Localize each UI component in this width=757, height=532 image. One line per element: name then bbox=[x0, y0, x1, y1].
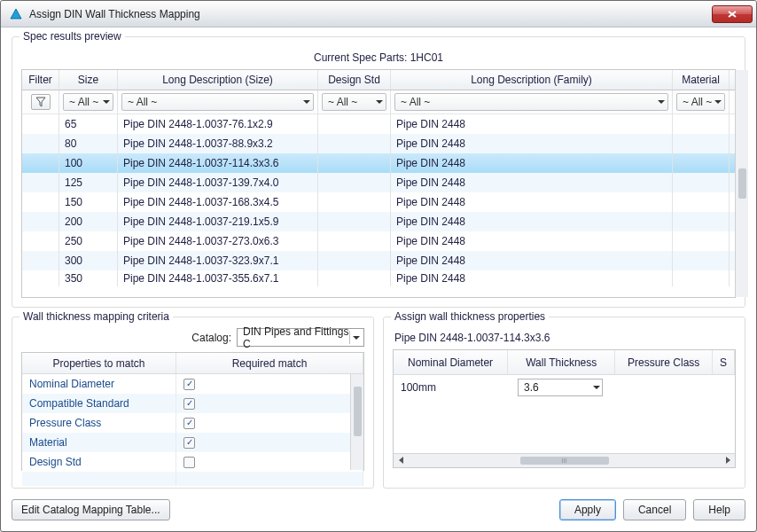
chevron-down-icon bbox=[103, 100, 110, 104]
size-cell: 65 bbox=[59, 114, 118, 134]
chevron-down-icon bbox=[593, 386, 600, 389]
property-row[interactable] bbox=[22, 472, 363, 486]
table-row[interactable]: 125Pipe DIN 2448-1.0037-139.7x4.0Pipe DI… bbox=[22, 173, 735, 192]
nominal-diameter-cell: 100mm bbox=[394, 375, 511, 400]
app-icon bbox=[8, 6, 24, 22]
required-checkbox[interactable] bbox=[183, 398, 195, 410]
required-checkbox[interactable] bbox=[183, 457, 195, 468]
long2-cell: Pipe DIN 2448 bbox=[391, 270, 673, 286]
long1-cell: Pipe DIN 2448-1.0037-139.7x4.0 bbox=[118, 173, 318, 192]
apply-button[interactable]: Apply bbox=[559, 499, 616, 520]
property-row[interactable]: Design Std bbox=[22, 452, 363, 472]
long2-cell: Pipe DIN 2448 bbox=[391, 114, 673, 134]
col-long2[interactable]: Long Description (Family) bbox=[391, 70, 673, 90]
long1-cell: Pipe DIN 2448-1.0037-219.1x5.9 bbox=[118, 212, 318, 231]
col-s[interactable]: S bbox=[713, 350, 735, 374]
property-row[interactable]: Material bbox=[22, 433, 363, 452]
property-row[interactable]: Compatible Standard bbox=[22, 394, 363, 413]
col-required[interactable]: Required match bbox=[176, 353, 363, 373]
size-cell: 150 bbox=[59, 192, 118, 212]
assign-row[interactable]: 100mm 3.6 bbox=[394, 375, 735, 400]
current-spec-title: Current Spec Parts: 1HC01 bbox=[21, 51, 736, 64]
horizontal-scrollbar[interactable] bbox=[394, 453, 735, 467]
long1-cell: Pipe DIN 2448-1.0037-355.6x7.1 bbox=[118, 270, 318, 286]
table-row[interactable]: 150Pipe DIN 2448-1.0037-168.3x4.5Pipe DI… bbox=[22, 192, 735, 212]
property-name: Design Std bbox=[22, 452, 176, 472]
wall-thickness-combo[interactable]: 3.6 bbox=[518, 379, 603, 396]
scroll-left-button[interactable] bbox=[394, 455, 407, 466]
long2-cell: Pipe DIN 2448 bbox=[391, 212, 673, 231]
property-row[interactable]: Pressure Class bbox=[22, 413, 363, 433]
size-cell: 125 bbox=[59, 173, 118, 192]
footer: Edit Catalog Mapping Table... Apply Canc… bbox=[1, 499, 756, 531]
filter-size[interactable]: ~ All ~ bbox=[63, 93, 113, 111]
table-row[interactable]: 80Pipe DIN 2448-1.0037-88.9x3.2Pipe DIN … bbox=[22, 134, 735, 153]
spec-table-header: Filter Size Long Description (Size) Desi… bbox=[22, 70, 735, 90]
long2-cell: Pipe DIN 2448 bbox=[391, 134, 673, 153]
filter-long2[interactable]: ~ All ~ bbox=[394, 93, 668, 111]
size-cell: 100 bbox=[59, 153, 118, 173]
spec-table-body: 65Pipe DIN 2448-1.0037-76.1x2.9Pipe DIN … bbox=[22, 114, 735, 297]
chevron-down-icon bbox=[658, 100, 665, 104]
col-long1[interactable]: Long Description (Size) bbox=[118, 70, 318, 90]
chevron-down-icon bbox=[303, 100, 310, 104]
long1-cell: Pipe DIN 2448-1.0037-114.3x3.6 bbox=[118, 153, 318, 173]
table-row[interactable]: 65Pipe DIN 2448-1.0037-76.1x2.9Pipe DIN … bbox=[22, 114, 735, 134]
size-cell: 250 bbox=[59, 231, 118, 251]
required-checkbox[interactable] bbox=[183, 379, 195, 390]
assign-table: Nominal Diameter Wall Thickness Pressure… bbox=[393, 349, 736, 468]
close-button[interactable] bbox=[712, 5, 753, 23]
long1-cell: Pipe DIN 2448-1.0037-168.3x4.5 bbox=[118, 192, 318, 212]
edit-catalog-button[interactable]: Edit Catalog Mapping Table... bbox=[12, 499, 170, 520]
criteria-label: Wall thickness mapping criteria bbox=[20, 310, 173, 323]
assign-label: Assign wall thickness properties bbox=[391, 310, 549, 323]
long2-cell: Pipe DIN 2448 bbox=[391, 173, 673, 192]
table-row[interactable]: 200Pipe DIN 2448-1.0037-219.1x5.9Pipe DI… bbox=[22, 212, 735, 231]
catalog-combo[interactable]: DIN Pipes and Fittings C bbox=[237, 328, 364, 347]
table-row[interactable]: 250Pipe DIN 2448-1.0037-273.0x6.3Pipe DI… bbox=[22, 231, 735, 251]
spec-results-group: Spec results preview Current Spec Parts:… bbox=[12, 36, 745, 308]
criteria-group: Wall thickness mapping criteria Catalog:… bbox=[12, 317, 374, 489]
property-name: Pressure Class bbox=[22, 413, 176, 433]
col-mat[interactable]: Material bbox=[673, 70, 730, 90]
table-row[interactable]: 300Pipe DIN 2448-1.0037-323.9x7.1Pipe DI… bbox=[22, 251, 735, 270]
long1-cell: Pipe DIN 2448-1.0037-88.9x3.2 bbox=[118, 134, 318, 153]
col-filter[interactable]: Filter bbox=[22, 70, 59, 90]
funnel-icon bbox=[35, 97, 46, 107]
filter-long1[interactable]: ~ All ~ bbox=[121, 93, 314, 111]
help-button[interactable]: Help bbox=[693, 499, 745, 520]
vertical-scrollbar[interactable] bbox=[735, 70, 748, 297]
table-row[interactable]: 100Pipe DIN 2448-1.0037-114.3x3.6Pipe DI… bbox=[22, 153, 735, 173]
required-checkbox[interactable] bbox=[183, 418, 195, 429]
chevron-down-icon bbox=[714, 100, 722, 104]
property-name: Material bbox=[22, 433, 176, 452]
property-row[interactable]: Nominal Diameter bbox=[22, 374, 363, 394]
spec-table: Filter Size Long Description (Size) Desi… bbox=[21, 69, 736, 298]
properties-table: Properties to match Required match Nomin… bbox=[21, 352, 364, 471]
property-name: Compatible Standard bbox=[22, 394, 176, 413]
filter-icon-button[interactable] bbox=[31, 94, 51, 110]
title-bar[interactable]: Assign DIN Wall Thickness Mapping bbox=[1, 1, 756, 27]
long1-cell: Pipe DIN 2448-1.0037-76.1x2.9 bbox=[118, 114, 318, 134]
col-size[interactable]: Size bbox=[59, 70, 118, 90]
filter-mat[interactable]: ~ All ~ bbox=[676, 93, 725, 111]
table-row[interactable]: 350Pipe DIN 2448-1.0037-355.6x7.1Pipe DI… bbox=[22, 270, 735, 286]
chevron-down-icon bbox=[376, 100, 383, 104]
col-pressure-class[interactable]: Pressure Class bbox=[615, 350, 713, 374]
filter-dstd[interactable]: ~ All ~ bbox=[322, 93, 386, 111]
col-wall-thickness[interactable]: Wall Thickness bbox=[508, 350, 615, 374]
catalog-label: Catalog: bbox=[191, 332, 231, 344]
long2-cell: Pipe DIN 2448 bbox=[391, 192, 673, 212]
long2-cell: Pipe DIN 2448 bbox=[391, 231, 673, 251]
cancel-button[interactable]: Cancel bbox=[623, 499, 686, 520]
col-nominal-diameter[interactable]: Nominal Diameter bbox=[394, 350, 508, 374]
col-dstd[interactable]: Design Std bbox=[318, 70, 391, 90]
size-cell: 350 bbox=[59, 270, 118, 286]
required-checkbox[interactable] bbox=[183, 437, 195, 449]
assign-subtitle: Pipe DIN 2448-1.0037-114.3x3.6 bbox=[394, 332, 736, 344]
scroll-right-button[interactable] bbox=[722, 455, 734, 466]
vertical-scrollbar[interactable] bbox=[350, 374, 363, 470]
col-properties[interactable]: Properties to match bbox=[22, 353, 176, 373]
spec-results-label: Spec results preview bbox=[20, 30, 125, 43]
long2-cell: Pipe DIN 2448 bbox=[391, 251, 673, 270]
